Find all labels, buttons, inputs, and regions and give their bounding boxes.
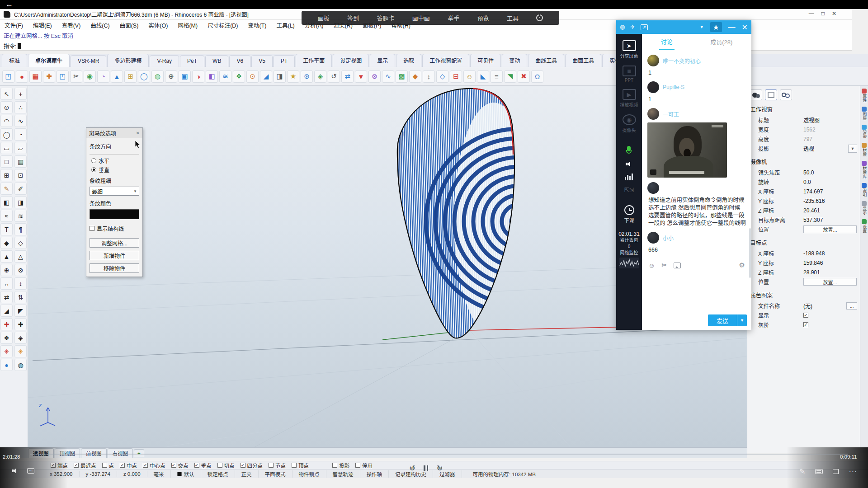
send-button[interactable]: 发送	[708, 314, 737, 326]
menu-item[interactable]: 工具(L)	[276, 21, 294, 29]
checkbox-icon[interactable]	[355, 463, 360, 468]
menu-item[interactable]: 曲面(S)	[120, 21, 139, 29]
thickness-dropdown[interactable]: 最细 ▼	[90, 187, 139, 196]
checkbox-icon[interactable]: ✓	[120, 463, 125, 468]
settings-gear-icon[interactable]: ⚙	[739, 261, 745, 269]
dialog-button[interactable]: 调整网格...	[90, 238, 139, 248]
tool-icon-31[interactable]: ⇅	[14, 291, 27, 303]
toolbar-icon-19[interactable]: ◢	[260, 70, 272, 83]
toolbar-tab[interactable]: PT	[274, 55, 295, 67]
dialog-button[interactable]: 新增物件	[90, 251, 139, 260]
tool-icon-16[interactable]: ◧	[0, 196, 13, 208]
status-cell-2[interactable]: z 0.000	[117, 471, 147, 477]
tool-icon-5[interactable]: ∿	[14, 115, 27, 127]
property-value[interactable]: 20.461	[803, 207, 820, 214]
classbar-item[interactable]: 举手	[448, 14, 459, 22]
tool-icon-28[interactable]: ↔	[0, 277, 13, 290]
checkbox-icon[interactable]	[292, 463, 297, 468]
status-toggle-锁定格点[interactable]: 锁定格点	[201, 470, 235, 478]
close-button[interactable]: ✕	[832, 10, 836, 17]
dock-tab-设置[interactable]: 设置	[862, 219, 867, 233]
checkbox-icon[interactable]: ✓	[803, 322, 808, 327]
dock-tab-说明[interactable]: 说明	[862, 183, 867, 197]
player-progress-bar[interactable]	[30, 454, 848, 455]
toolbar-icon-7[interactable]: ◔	[97, 70, 109, 83]
dock-tab-属性[interactable]: 属性	[862, 89, 867, 102]
stripe-color-swatch[interactable]	[90, 209, 139, 219]
pause-button[interactable]	[424, 465, 428, 471]
toolbar-icon-35[interactable]: ◣	[477, 70, 489, 83]
property-value[interactable]: 50.0	[803, 169, 814, 176]
toolbar-icon-1[interactable]: ●	[16, 70, 28, 83]
danmaku-icon[interactable]: ···	[27, 468, 34, 474]
pin-icon[interactable]: ★	[710, 22, 722, 32]
property-value[interactable]: 28.901	[803, 269, 820, 276]
toolbar-icon-29[interactable]: ▩	[396, 70, 408, 83]
viewport-tab-前视图[interactable]: 前视图	[81, 448, 107, 458]
tool-icon-27[interactable]: ⊗	[14, 264, 27, 276]
status-cell-1[interactable]: y -337.274	[80, 471, 117, 477]
property-value[interactable]: -188.948	[803, 250, 825, 257]
menu-item[interactable]: 变动(T)	[248, 21, 267, 29]
browse-button[interactable]: ...	[846, 302, 857, 310]
tool-icon-32[interactable]: ◢	[0, 305, 13, 317]
toolbar-icon-37[interactable]: ◥	[504, 70, 516, 83]
toolbar-tab[interactable]: 曲线工具	[528, 54, 564, 67]
tool-icon-8[interactable]: ▭	[0, 142, 13, 154]
tool-icon-40[interactable]: ●	[0, 359, 13, 371]
tool-icon-36[interactable]: ❖	[0, 332, 13, 344]
tool-icon-24[interactable]: ▲	[0, 250, 13, 263]
status-toggle-正交[interactable]: 正交	[235, 470, 259, 478]
toolbar-tab[interactable]: 可见性	[470, 54, 501, 67]
tool-icon-9[interactable]: ▱	[14, 142, 27, 154]
dock-tab-图层[interactable]: 图层	[862, 107, 867, 120]
message-list[interactable]: 唯一不变的初心1Pupille·S1一可王想知道之前用实体倒角命令倒角的时候选不…	[642, 50, 751, 258]
tool-icon-11[interactable]: ▦	[14, 155, 27, 168]
tool-icon-34[interactable]: ✚	[0, 318, 13, 330]
toolbar-icon-27[interactable]: ⊗	[368, 70, 381, 83]
zebra-options-dialog[interactable]: 斑马纹选项 ✕ 条纹方向 水平 垂直	[86, 127, 143, 277]
radio-icon[interactable]	[91, 158, 96, 163]
toolbar-icon-2[interactable]: ▦	[29, 70, 42, 83]
toolbar-icon-9[interactable]: ⊞	[124, 70, 137, 83]
minimize-panel-icon[interactable]: —	[728, 23, 736, 31]
tool-icon-4[interactable]: ◠	[0, 115, 13, 127]
toolbar-icon-17[interactable]: ❖	[233, 70, 245, 83]
checkbox-icon[interactable]	[217, 463, 222, 468]
osnap-交点[interactable]: ✓交点	[171, 462, 189, 469]
dock-tab-渲染[interactable]: 渲染	[862, 125, 867, 138]
menu-item[interactable]: 文件(F)	[5, 21, 23, 29]
chevron-down-icon[interactable]: ▼	[700, 25, 704, 29]
osnap-节点[interactable]: 节点	[269, 462, 286, 469]
toolbar-icon-22[interactable]: ⊛	[301, 70, 313, 83]
toolbar-tab[interactable]: 多边形建模	[107, 54, 149, 67]
note-pencil-icon[interactable]: ✎	[799, 467, 805, 476]
toolbar-tab[interactable]: 选取	[396, 54, 421, 67]
tool-icon-39[interactable]: ✳	[14, 345, 27, 357]
radio-horizontal[interactable]: 水平	[91, 157, 139, 164]
toolbar-icon-3[interactable]: ✚	[43, 70, 55, 83]
tool-icon-12[interactable]: ⊞	[0, 169, 13, 181]
status-layer[interactable]: 默认	[171, 470, 201, 478]
toolbar-icon-13[interactable]: ▣	[179, 70, 191, 83]
toolbar-tab[interactable]: 设定视图	[333, 54, 369, 67]
toolbar-icon-25[interactable]: ⇄	[341, 70, 354, 83]
property-value[interactable]: (无)	[803, 302, 812, 310]
classbar-item[interactable]: 画板	[318, 14, 330, 22]
share-export-icon[interactable]: ↗	[641, 24, 648, 30]
tool-icon-41[interactable]: ◍	[14, 359, 27, 371]
tool-icon-15[interactable]: ✐	[14, 183, 27, 195]
keyboard-icon[interactable]	[815, 469, 823, 474]
tool-icon-17[interactable]: ◨	[14, 196, 27, 208]
power-icon[interactable]	[536, 14, 543, 21]
checkbox-icon[interactable]: ✓	[74, 463, 79, 468]
dock-tab-显示[interactable]: 显示	[862, 201, 867, 215]
speaker-icon[interactable]	[626, 161, 632, 167]
toolbar-tab[interactable]: 卓尔谟犀牛	[28, 54, 70, 67]
toolbar-icon-21[interactable]: ★	[287, 70, 299, 83]
toolbar-icon-23[interactable]: ◈	[314, 70, 326, 83]
classbar-item[interactable]: 签到	[347, 14, 359, 22]
dock-tab-材质[interactable]: 材质	[862, 143, 867, 156]
toolbar-tab[interactable]: 变动	[502, 54, 527, 67]
toolbar-icon-0[interactable]: ◰	[2, 70, 14, 83]
